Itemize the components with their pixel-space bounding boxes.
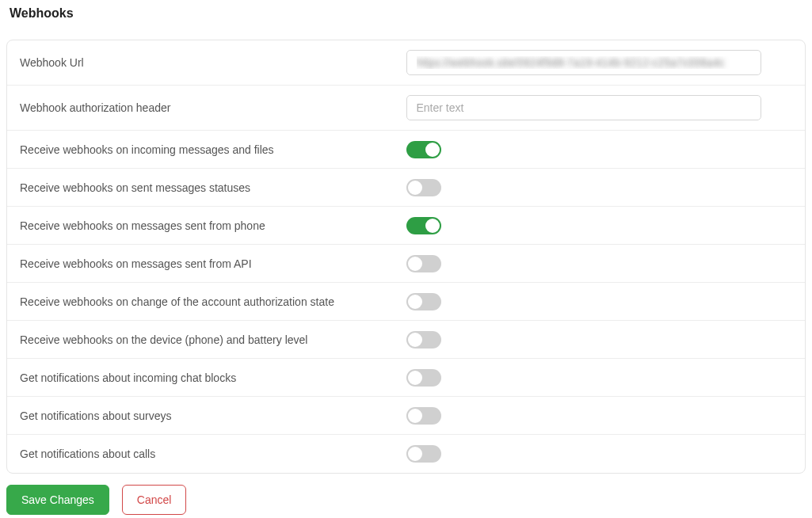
row-calls: Get notifications about calls [7, 435, 805, 473]
save-button[interactable]: Save Changes [6, 485, 109, 515]
toggle-label-calls: Get notifications about calls [20, 448, 406, 460]
row-sent-from-api: Receive webhooks on messages sent from A… [7, 245, 805, 283]
toggle-incoming-messages[interactable] [406, 141, 441, 158]
row-incoming-messages: Receive webhooks on incoming messages an… [7, 131, 805, 169]
page-title: Webhooks [6, 6, 806, 21]
row-auth-header: Webhook authorization header [7, 86, 805, 131]
toggle-label-chat-blocks: Get notifications about incoming chat bl… [20, 371, 406, 384]
row-auth-state: Receive webhooks on change of the accoun… [7, 283, 805, 321]
toggle-calls[interactable] [406, 445, 441, 463]
auth-header-input[interactable] [406, 95, 762, 120]
toggle-label-sent-from-api: Receive webhooks on messages sent from A… [20, 257, 406, 270]
toggle-label-auth-state: Receive webhooks on change of the accoun… [20, 295, 406, 308]
toggle-sent-statuses[interactable] [406, 179, 441, 196]
toggle-label-incoming-messages: Receive webhooks on incoming messages an… [20, 143, 406, 156]
row-chat-blocks: Get notifications about incoming chat bl… [7, 359, 805, 397]
cancel-button[interactable]: Cancel [122, 485, 187, 515]
webhook-url-label: Webhook Url [20, 56, 406, 69]
toggle-surveys[interactable] [406, 407, 441, 425]
toggle-label-sent-from-phone: Receive webhooks on messages sent from p… [20, 219, 406, 232]
toggle-sent-from-api[interactable] [406, 255, 441, 272]
row-device-battery: Receive webhooks on the device (phone) a… [7, 321, 805, 359]
form-actions: Save Changes Cancel [6, 485, 806, 515]
row-sent-from-phone: Receive webhooks on messages sent from p… [7, 207, 805, 245]
row-surveys: Get notifications about surveys [7, 397, 805, 435]
auth-header-label: Webhook authorization header [20, 101, 406, 114]
row-webhook-url: Webhook Url [7, 40, 805, 86]
webhooks-settings-card: Webhook Url Webhook authorization header… [6, 40, 806, 474]
row-sent-statuses: Receive webhooks on sent messages status… [7, 169, 805, 207]
toggle-chat-blocks[interactable] [406, 369, 441, 387]
toggle-label-device-battery: Receive webhooks on the device (phone) a… [20, 333, 406, 346]
toggle-label-sent-statuses: Receive webhooks on sent messages status… [20, 181, 406, 194]
toggle-label-surveys: Get notifications about surveys [20, 409, 406, 422]
toggle-device-battery[interactable] [406, 331, 441, 349]
webhook-url-input[interactable] [406, 50, 762, 75]
toggle-sent-from-phone[interactable] [406, 217, 441, 234]
toggle-auth-state[interactable] [406, 293, 441, 310]
